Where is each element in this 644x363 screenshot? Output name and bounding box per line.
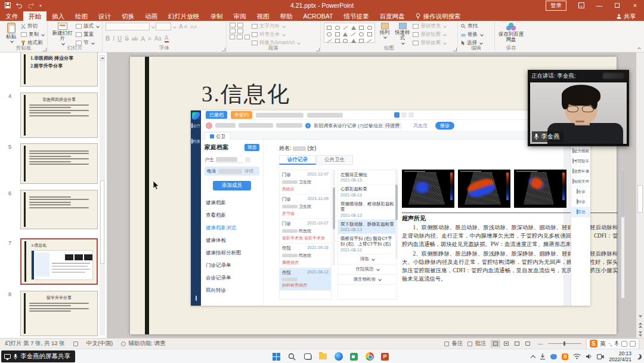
exam-item[interactable]: 心脏彩超检查 2021-08-13: [338, 184, 397, 199]
ribbon-tab[interactable]: 动画: [140, 11, 163, 21]
focus-assist-moon-icon[interactable]: [636, 354, 642, 359]
his-tool-item[interactable]: 转诊: [571, 197, 590, 207]
quick-styles-button[interactable]: 快速样式: [394, 23, 411, 45]
scroll-down-icon[interactable]: [636, 312, 644, 320]
reading-view-button[interactable]: [512, 340, 522, 347]
ribbon-tab[interactable]: 录制: [205, 11, 228, 21]
tell-me-search[interactable]: 操作说明搜索: [416, 13, 460, 21]
new-slide-button[interactable]: 新建幻灯片: [51, 23, 74, 45]
exam-section-collapsed[interactable]: 报告: [338, 254, 397, 264]
minimize-button[interactable]: —: [590, 0, 608, 11]
detail-link[interactable]: 详情: [244, 168, 253, 174]
family-menu-item[interactable]: 会诊记录单: [205, 272, 259, 284]
wifi-icon[interactable]: [573, 353, 581, 359]
find-button[interactable]: 查找: [461, 23, 483, 30]
ime-toolbox-icon[interactable]: [630, 341, 636, 347]
paste-button[interactable]: 粘贴: [3, 23, 19, 45]
clear-formatting-button[interactable]: A×: [190, 24, 197, 30]
thumbnail-slide-8[interactable]: 留学升学分享: [20, 291, 98, 336]
chrome-icon[interactable]: [364, 352, 374, 362]
ime-punctuation-mode[interactable]: ·,: [608, 340, 612, 347]
replace-button[interactable]: ab替换: [461, 31, 483, 38]
task-view-icon[interactable]: [302, 352, 312, 362]
search-member-icon[interactable]: [245, 157, 250, 162]
font-dialog-launcher[interactable]: [222, 48, 225, 51]
save-to-baidu-button[interactable]: 保存到百度网盘: [498, 23, 524, 45]
comments-button[interactable]: 批注: [467, 340, 486, 347]
font-size-select[interactable]: [156, 23, 171, 30]
record-tab[interactable]: 公共卫生: [316, 155, 353, 165]
edge-icon[interactable]: [333, 352, 343, 362]
restore-button[interactable]: [608, 0, 626, 11]
thumbnail-slide-7-selected[interactable]: 3.信息化: [20, 238, 98, 285]
editor-scrollbar[interactable]: [636, 53, 644, 338]
search-icon[interactable]: [287, 352, 297, 362]
reset-button[interactable]: 重置: [76, 31, 99, 38]
login-button[interactable]: 登录: [546, 1, 566, 11]
app-button[interactable]: [408, 112, 414, 118]
scrollbar-thumb[interactable]: [637, 185, 643, 213]
contract-badge[interactable]: 未签约: [231, 111, 252, 119]
family-menu-item[interactable]: 双向转诊: [205, 284, 259, 297]
record-tab[interactable]: 诊疗记录: [279, 155, 316, 165]
ribbon-tab[interactable]: ACROBAT: [298, 11, 339, 21]
text-direction-button[interactable]: 文字方向: [252, 23, 300, 30]
family-menu-item[interactable]: 查看档案: [205, 209, 259, 222]
redo-icon[interactable]: [27, 2, 35, 8]
ribbon-tab[interactable]: 切换: [116, 11, 140, 21]
drawing-dialog-launcher[interactable]: [453, 48, 457, 51]
grow-font-button[interactable]: A: [179, 23, 183, 30]
netdisk-tray-icon[interactable]: [550, 354, 557, 359]
thumbnail-slide-3[interactable]: 1.非医师岗 择业分享 2.留学升学分享: [20, 53, 98, 87]
clipboard-dialog-launcher[interactable]: [43, 48, 47, 51]
his-tool-item[interactable]: 知情文件: [571, 177, 590, 187]
ribbon-tab[interactable]: 情节提要: [338, 11, 374, 21]
normal-view-button[interactable]: [491, 340, 500, 347]
ime-keyboard-icon[interactable]: [621, 341, 627, 347]
patient-link[interactable]: 待缴费: [383, 122, 402, 129]
visit-item[interactable]: 住院2021-09-16 民医院 脑梗病历: [280, 244, 331, 268]
screen-share-indicator[interactable]: 李金燕的屏幕共享: [1, 350, 75, 362]
font-style-button[interactable]: B: [106, 35, 110, 42]
font-style-button[interactable]: S: [125, 35, 129, 42]
ribbon-tab[interactable]: 插入: [47, 11, 70, 21]
file-explorer-icon[interactable]: [318, 352, 328, 362]
previous-slide-button[interactable]: [636, 321, 644, 329]
exam-item[interactable]: 双下肢动脉、静脉彩超检查 2021-08-13: [338, 220, 397, 234]
ribbon-tab[interactable]: 审阅: [228, 11, 252, 21]
shapes-gallery[interactable]: [324, 23, 375, 43]
his-nav-item[interactable]: 档案: [191, 139, 201, 144]
paragraph-dialog-launcher[interactable]: [316, 48, 320, 51]
app-button[interactable]: [401, 112, 407, 118]
exam-item[interactable]: 双侧颈动脉、椎动脉彩超检查 2021-08-13: [338, 199, 397, 220]
patient-link[interactable]: 诊疗记录 (7): [338, 123, 364, 128]
font-name-select[interactable]: [106, 23, 150, 30]
start-button[interactable]: [271, 352, 281, 362]
ribbon-tab[interactable]: 开始: [23, 11, 47, 21]
exam-scrollbar[interactable]: [395, 170, 398, 259]
his-tool-item[interactable]: 其他: [571, 207, 590, 217]
collapse-ribbon-icon[interactable]: [637, 45, 640, 51]
visit-item[interactable]: 住院2021-08-12 妇科检查病历: [280, 268, 331, 291]
visit-item[interactable]: 门诊2021-10-27 民医院 骨折手术后 骨折手术后: [280, 219, 331, 244]
font-style-button[interactable]: A: [165, 35, 169, 42]
undo-icon[interactable]: [16, 2, 23, 8]
arrange-button[interactable]: 排列: [377, 23, 392, 45]
exam-item[interactable]: 颈椎骨平扫 (右) 髋骨CT平扫 (右)、上臂CT平扫 (右) 2021-08-…: [338, 234, 397, 254]
family-menu-item[interactable]: 健康体检: [205, 234, 259, 247]
ribbon-display-options-icon[interactable]: [572, 0, 590, 11]
cut-button[interactable]: 剪切: [21, 23, 44, 30]
video-call-overlay[interactable]: 正在讲话: 李金燕; 李金燕: [528, 70, 629, 146]
font-style-button[interactable]: Aa: [154, 35, 162, 42]
family-menu-item[interactable]: 门诊记录单: [205, 259, 259, 272]
visit-item[interactable]: 门诊2021-12-07 卫生院 失眠症: [280, 170, 331, 195]
accessibility-check[interactable]: 辅助功能: 调查: [121, 340, 165, 347]
receive-patient-button[interactable]: 接诊: [435, 122, 454, 130]
ribbon-tab[interactable]: 视图: [252, 11, 275, 21]
patient-link[interactable]: 过敏信息: [364, 123, 383, 128]
zoom-slider[interactable]: [548, 343, 581, 344]
ribbon-tab[interactable]: 文件: [0, 11, 23, 21]
font-style-button[interactable]: A: [148, 36, 151, 41]
slide-sorter-button[interactable]: [501, 340, 511, 347]
thumbnail-slide-6[interactable]: [20, 190, 98, 229]
